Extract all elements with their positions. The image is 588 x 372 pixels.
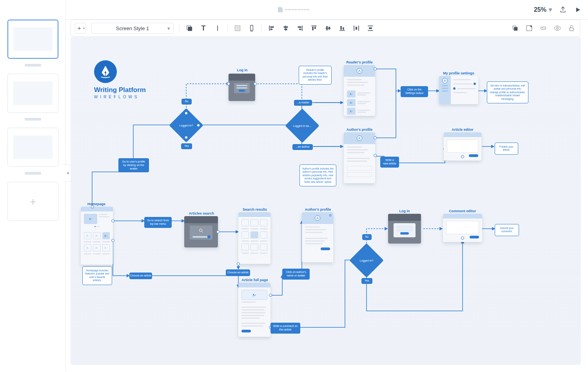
screen-label: Log in	[399, 209, 410, 213]
add-button[interactable]: ＋▾	[75, 23, 86, 34]
svg-point-46	[359, 137, 360, 138]
svg-marker-35	[530, 25, 532, 27]
distribute-h-icon[interactable]	[352, 24, 361, 33]
page-thumbnail[interactable]	[7, 20, 58, 59]
svg-rect-2	[188, 27, 192, 31]
screen-label: Article editor	[452, 128, 474, 132]
action-choose-article[interactable]: Choose an article	[129, 273, 152, 279]
screen-label: Articles search	[189, 211, 214, 215]
screen-label: Author's profile	[305, 208, 331, 211]
svg-rect-12	[284, 27, 288, 28]
logo-subtitle: WIREFLOWS	[94, 95, 146, 99]
screen-articles-search[interactable]	[184, 216, 218, 247]
document-title-text: ━━━━━━━━	[285, 7, 310, 12]
action-click-author[interactable]: Click on author's name or avatar	[282, 269, 310, 280]
svg-point-45	[444, 79, 445, 81]
screen-homepage[interactable]	[81, 207, 113, 265]
screen-login-2[interactable]	[388, 214, 421, 244]
note-submit-comment: Submit your comment.	[495, 224, 519, 236]
svg-point-56	[317, 217, 318, 218]
svg-rect-22	[329, 27, 330, 30]
note-publish: Publish your article.	[495, 143, 518, 155]
screen-readers-profile[interactable]	[344, 65, 375, 116]
search-icon	[199, 228, 203, 235]
align-top-icon[interactable]	[310, 24, 318, 33]
align-center-h-icon[interactable]	[281, 24, 290, 33]
branch-reader: ...a reader	[294, 100, 312, 106]
distribute-v-icon[interactable]	[366, 24, 375, 33]
svg-rect-16	[299, 29, 301, 30]
screen-article-full[interactable]	[238, 283, 270, 337]
note-settings: Set who to follow/unfollow, edit avatar …	[487, 81, 528, 103]
svg-point-44	[350, 110, 351, 111]
screen-label: My profile settings	[443, 71, 474, 75]
screen-search-results[interactable]	[238, 212, 270, 264]
svg-rect-25	[343, 27, 344, 29]
svg-point-47	[89, 218, 90, 219]
screen-label: Author's profile	[347, 128, 373, 132]
add-page-button[interactable]: ＋	[7, 182, 58, 221]
branch-author: ...an author	[292, 144, 313, 150]
note-homepage: Homepage includes featured, popular and …	[82, 266, 112, 285]
align-center-v-icon[interactable]	[324, 24, 332, 33]
style-selector[interactable]: Screen Style 1 ▾	[91, 23, 174, 34]
decision-label: Logged in as...	[293, 125, 311, 127]
svg-marker-38	[67, 172, 69, 175]
svg-point-41	[359, 70, 360, 71]
svg-rect-28	[356, 27, 357, 30]
lock-icon[interactable]	[567, 24, 576, 33]
divider	[261, 24, 262, 33]
svg-rect-21	[327, 26, 328, 30]
svg-point-52	[96, 247, 96, 248]
text-icon[interactable]: T	[199, 24, 208, 33]
screen-authors-profile[interactable]	[344, 132, 375, 183]
svg-rect-15	[298, 27, 301, 28]
action-write-comment[interactable]: Write a comment on this article	[270, 323, 300, 334]
layer-back-icon[interactable]	[185, 24, 194, 33]
document-icon	[278, 7, 283, 13]
svg-point-51	[87, 247, 87, 248]
svg-point-39	[105, 72, 107, 74]
action-click-settings[interactable]: Click on the Settings button	[401, 86, 428, 97]
screen-label: Search results	[243, 208, 267, 211]
expand-icon[interactable]	[525, 24, 534, 33]
pattern-icon[interactable]	[233, 24, 242, 33]
align-left-icon[interactable]	[267, 24, 276, 33]
canvas[interactable]: Writing Platform WIREFLOWS	[71, 37, 581, 365]
svg-point-53	[105, 247, 106, 248]
action-go-to-profile[interactable]: Go to user's profile by clicking on the …	[118, 158, 149, 172]
svg-rect-31	[369, 27, 372, 29]
action-write-new-article[interactable]: Write a new article	[380, 157, 399, 168]
svg-point-49	[96, 235, 96, 236]
svg-rect-18	[312, 27, 314, 30]
svg-line-55	[202, 231, 203, 233]
style-selector-value: Screen Style 1	[116, 25, 149, 31]
screen-authors-profile-2[interactable]: ⚙	[302, 212, 333, 262]
document-title: ━━━━━━━━	[0, 7, 588, 13]
svg-point-7	[251, 30, 252, 31]
screen-my-profile-settings[interactable]	[439, 76, 478, 104]
page-thumbnail[interactable]	[7, 74, 58, 113]
action-choose-article[interactable]: Choose an article	[226, 269, 250, 276]
decision-no: No	[362, 234, 372, 240]
avatar-icon	[442, 78, 448, 83]
svg-rect-37	[570, 28, 573, 31]
top-bar: ━━━━━━━━ 25% ▾	[0, 0, 588, 20]
screen-label: Comment editor	[449, 209, 476, 213]
svg-rect-24	[341, 26, 342, 29]
copy-icon[interactable]	[511, 24, 519, 33]
link-icon[interactable]	[539, 24, 548, 33]
align-bottom-icon[interactable]	[338, 24, 347, 33]
screen-login[interactable]	[229, 74, 255, 101]
eye-icon[interactable]	[553, 24, 562, 33]
screen-label: Article full page	[241, 278, 268, 282]
logo-title: Writing Platform	[94, 86, 146, 94]
avatar-icon	[357, 68, 362, 74]
decision-label: Logged in?	[360, 259, 374, 262]
line-icon[interactable]	[213, 24, 222, 33]
page-thumbnail[interactable]	[7, 128, 58, 167]
action-go-to-search[interactable]: Go to search from top bar menu	[144, 217, 172, 228]
device-icon[interactable]	[247, 24, 256, 33]
gear-icon: ⚙	[329, 214, 332, 217]
align-right-icon[interactable]	[296, 24, 304, 33]
